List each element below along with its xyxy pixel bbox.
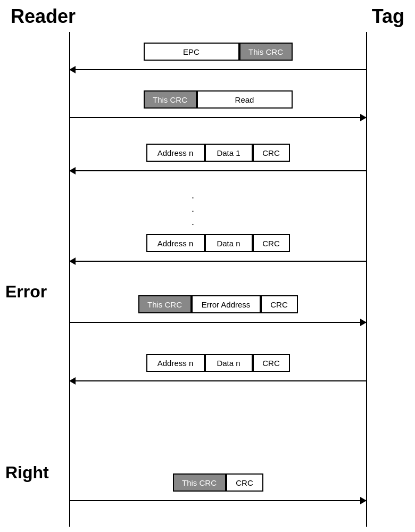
msg-box-data-n: Data n (205, 234, 253, 252)
msg-box-data-n: Data n (205, 354, 253, 372)
header-tag: Tag (372, 5, 404, 28)
arrow-left (70, 170, 366, 171)
msg-box-address-n: Address n (146, 144, 205, 162)
msg-box-error-address: Error Address (192, 295, 261, 313)
msg-box-this-crc: This CRC (239, 43, 293, 61)
arrow-right (70, 500, 366, 501)
msg-box-address-n: Address n (146, 234, 205, 252)
msg-box-crc: CRC (226, 473, 263, 492)
msg-box-data-1: Data 1 (205, 144, 253, 162)
msg-box-crc: CRC (253, 354, 290, 372)
right-label: Right (5, 463, 49, 483)
diagram: Reader Tag Error Right . . . . . EPCThis… (0, 0, 415, 532)
msg-box-crc: CRC (253, 234, 290, 252)
vline-right (366, 32, 367, 527)
arrowhead-left (69, 377, 76, 385)
arrowhead-right (360, 319, 367, 326)
arrow-right (70, 322, 366, 323)
msg-box-address-n: Address n (146, 354, 205, 372)
arrow-left (70, 261, 366, 262)
msg-box-this-crc: This CRC (138, 295, 192, 313)
arrowhead-right (360, 497, 367, 504)
arrow-left (70, 380, 366, 381)
arrowhead-right (360, 114, 367, 121)
arrowhead-left (69, 257, 76, 265)
header-reader: Reader (11, 5, 76, 28)
msg-box-read: Read (197, 90, 293, 109)
msg-box-this-crc: This CRC (144, 90, 197, 109)
arrowhead-left (69, 66, 76, 73)
arrow-left (70, 69, 366, 70)
error-label: Error (5, 282, 47, 302)
vline-left (69, 32, 70, 527)
arrow-right (70, 117, 366, 118)
msg-box-crc: CRC (261, 295, 298, 313)
msg-box-epc: EPC (144, 43, 239, 61)
arrowhead-left (69, 167, 76, 174)
msg-box-crc: CRC (253, 144, 290, 162)
msg-box-this-crc: This CRC (173, 473, 226, 492)
